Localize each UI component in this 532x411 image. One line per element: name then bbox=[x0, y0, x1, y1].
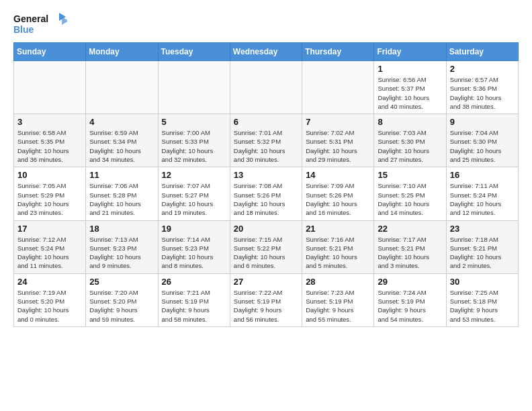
day-number: 3 bbox=[17, 117, 82, 127]
weekday-header-saturday: Saturday bbox=[446, 43, 518, 61]
day-number: 24 bbox=[17, 277, 82, 287]
calendar-cell: 21Sunrise: 7:16 AM Sunset: 5:21 PM Dayli… bbox=[302, 220, 374, 273]
day-number: 9 bbox=[450, 117, 515, 127]
calendar-cell bbox=[14, 61, 86, 114]
day-number: 6 bbox=[234, 117, 298, 127]
day-info: Sunrise: 7:12 AM Sunset: 5:24 PM Dayligh… bbox=[17, 235, 82, 271]
day-info: Sunrise: 7:00 AM Sunset: 5:33 PM Dayligh… bbox=[162, 128, 226, 164]
day-info: Sunrise: 7:03 AM Sunset: 5:30 PM Dayligh… bbox=[378, 128, 442, 164]
header: General Blue bbox=[13, 10, 519, 37]
calendar-cell: 17Sunrise: 7:12 AM Sunset: 5:24 PM Dayli… bbox=[14, 220, 86, 273]
page: General Blue SundayMondayTuesdayWednesda… bbox=[0, 0, 532, 337]
day-info: Sunrise: 7:25 AM Sunset: 5:18 PM Dayligh… bbox=[450, 288, 515, 324]
day-info: Sunrise: 7:06 AM Sunset: 5:28 PM Dayligh… bbox=[89, 181, 154, 217]
calendar-cell: 25Sunrise: 7:20 AM Sunset: 5:20 PM Dayli… bbox=[86, 273, 158, 326]
week-row-1: 1Sunrise: 6:56 AM Sunset: 5:37 PM Daylig… bbox=[14, 61, 519, 114]
day-info: Sunrise: 6:59 AM Sunset: 5:34 PM Dayligh… bbox=[89, 128, 154, 164]
calendar-cell: 27Sunrise: 7:22 AM Sunset: 5:19 PM Dayli… bbox=[230, 273, 302, 326]
day-number: 4 bbox=[89, 117, 154, 127]
day-number: 19 bbox=[162, 224, 226, 234]
calendar-cell: 13Sunrise: 7:08 AM Sunset: 5:26 PM Dayli… bbox=[230, 167, 302, 220]
calendar-cell bbox=[230, 61, 302, 114]
calendar-cell: 3Sunrise: 6:58 AM Sunset: 5:35 PM Daylig… bbox=[14, 114, 86, 167]
day-number: 13 bbox=[234, 170, 298, 180]
day-info: Sunrise: 6:56 AM Sunset: 5:37 PM Dayligh… bbox=[378, 75, 442, 111]
calendar-cell: 15Sunrise: 7:10 AM Sunset: 5:25 PM Dayli… bbox=[374, 167, 446, 220]
day-number: 5 bbox=[162, 117, 226, 127]
week-row-4: 17Sunrise: 7:12 AM Sunset: 5:24 PM Dayli… bbox=[14, 220, 519, 273]
weekday-header-wednesday: Wednesday bbox=[230, 43, 302, 61]
calendar-cell: 2Sunrise: 6:57 AM Sunset: 5:36 PM Daylig… bbox=[446, 61, 518, 114]
day-info: Sunrise: 7:09 AM Sunset: 5:26 PM Dayligh… bbox=[306, 181, 370, 217]
calendar-cell: 5Sunrise: 7:00 AM Sunset: 5:33 PM Daylig… bbox=[158, 114, 230, 167]
day-info: Sunrise: 6:58 AM Sunset: 5:35 PM Dayligh… bbox=[17, 128, 82, 164]
day-info: Sunrise: 7:11 AM Sunset: 5:24 PM Dayligh… bbox=[450, 181, 515, 217]
day-info: Sunrise: 7:21 AM Sunset: 5:19 PM Dayligh… bbox=[162, 288, 226, 324]
svg-text:Blue: Blue bbox=[13, 24, 34, 35]
svg-marker-3 bbox=[62, 17, 67, 25]
calendar-cell: 11Sunrise: 7:06 AM Sunset: 5:28 PM Dayli… bbox=[86, 167, 158, 220]
day-info: Sunrise: 7:10 AM Sunset: 5:25 PM Dayligh… bbox=[378, 181, 442, 217]
svg-text:General: General bbox=[13, 13, 48, 24]
day-info: Sunrise: 7:08 AM Sunset: 5:26 PM Dayligh… bbox=[234, 181, 298, 217]
day-info: Sunrise: 7:07 AM Sunset: 5:27 PM Dayligh… bbox=[162, 181, 226, 217]
calendar-table: SundayMondayTuesdayWednesdayThursdayFrid… bbox=[13, 42, 519, 327]
week-row-3: 10Sunrise: 7:05 AM Sunset: 5:29 PM Dayli… bbox=[14, 167, 519, 220]
day-number: 15 bbox=[378, 170, 442, 180]
day-number: 1 bbox=[378, 64, 442, 74]
calendar-cell: 29Sunrise: 7:24 AM Sunset: 5:19 PM Dayli… bbox=[374, 273, 446, 326]
calendar-cell bbox=[86, 61, 158, 114]
calendar-cell bbox=[158, 61, 230, 114]
calendar-cell: 23Sunrise: 7:18 AM Sunset: 5:21 PM Dayli… bbox=[446, 220, 518, 273]
calendar-cell: 7Sunrise: 7:02 AM Sunset: 5:31 PM Daylig… bbox=[302, 114, 374, 167]
day-number: 12 bbox=[162, 170, 226, 180]
day-number: 17 bbox=[17, 224, 82, 234]
calendar-cell: 6Sunrise: 7:01 AM Sunset: 5:32 PM Daylig… bbox=[230, 114, 302, 167]
weekday-header-monday: Monday bbox=[86, 43, 158, 61]
day-info: Sunrise: 7:23 AM Sunset: 5:19 PM Dayligh… bbox=[306, 288, 370, 324]
calendar-cell: 12Sunrise: 7:07 AM Sunset: 5:27 PM Dayli… bbox=[158, 167, 230, 220]
day-info: Sunrise: 7:16 AM Sunset: 5:21 PM Dayligh… bbox=[306, 235, 370, 271]
day-info: Sunrise: 7:13 AM Sunset: 5:23 PM Dayligh… bbox=[89, 235, 154, 271]
week-row-5: 24Sunrise: 7:19 AM Sunset: 5:20 PM Dayli… bbox=[14, 273, 519, 326]
calendar-cell: 9Sunrise: 7:04 AM Sunset: 5:30 PM Daylig… bbox=[446, 114, 518, 167]
calendar-cell: 22Sunrise: 7:17 AM Sunset: 5:21 PM Dayli… bbox=[374, 220, 446, 273]
calendar-cell: 18Sunrise: 7:13 AM Sunset: 5:23 PM Dayli… bbox=[86, 220, 158, 273]
weekday-header-friday: Friday bbox=[374, 43, 446, 61]
calendar-cell bbox=[302, 61, 374, 114]
calendar-cell: 4Sunrise: 6:59 AM Sunset: 5:34 PM Daylig… bbox=[86, 114, 158, 167]
day-number: 26 bbox=[162, 277, 226, 287]
logo: General Blue bbox=[13, 10, 67, 37]
calendar-cell: 24Sunrise: 7:19 AM Sunset: 5:20 PM Dayli… bbox=[14, 273, 86, 326]
day-number: 21 bbox=[306, 224, 370, 234]
calendar-cell: 30Sunrise: 7:25 AM Sunset: 5:18 PM Dayli… bbox=[446, 273, 518, 326]
day-info: Sunrise: 7:24 AM Sunset: 5:19 PM Dayligh… bbox=[378, 288, 442, 324]
day-info: Sunrise: 7:02 AM Sunset: 5:31 PM Dayligh… bbox=[306, 128, 370, 164]
calendar-cell: 8Sunrise: 7:03 AM Sunset: 5:30 PM Daylig… bbox=[374, 114, 446, 167]
day-number: 14 bbox=[306, 170, 370, 180]
day-number: 11 bbox=[89, 170, 154, 180]
day-info: Sunrise: 6:57 AM Sunset: 5:36 PM Dayligh… bbox=[450, 75, 515, 111]
day-number: 27 bbox=[234, 277, 298, 287]
day-number: 22 bbox=[378, 224, 442, 234]
weekday-header-row: SundayMondayTuesdayWednesdayThursdayFrid… bbox=[14, 43, 519, 61]
day-info: Sunrise: 7:14 AM Sunset: 5:23 PM Dayligh… bbox=[162, 235, 226, 271]
day-number: 23 bbox=[450, 224, 515, 234]
calendar-cell: 19Sunrise: 7:14 AM Sunset: 5:23 PM Dayli… bbox=[158, 220, 230, 273]
day-number: 2 bbox=[450, 64, 515, 74]
weekday-header-sunday: Sunday bbox=[14, 43, 86, 61]
day-info: Sunrise: 7:17 AM Sunset: 5:21 PM Dayligh… bbox=[378, 235, 442, 271]
day-number: 18 bbox=[89, 224, 154, 234]
day-info: Sunrise: 7:04 AM Sunset: 5:30 PM Dayligh… bbox=[450, 128, 515, 164]
day-info: Sunrise: 7:22 AM Sunset: 5:19 PM Dayligh… bbox=[234, 288, 298, 324]
calendar-cell: 1Sunrise: 6:56 AM Sunset: 5:37 PM Daylig… bbox=[374, 61, 446, 114]
day-info: Sunrise: 7:20 AM Sunset: 5:20 PM Dayligh… bbox=[89, 288, 154, 324]
week-row-2: 3Sunrise: 6:58 AM Sunset: 5:35 PM Daylig… bbox=[14, 114, 519, 167]
day-info: Sunrise: 7:01 AM Sunset: 5:32 PM Dayligh… bbox=[234, 128, 298, 164]
day-info: Sunrise: 7:05 AM Sunset: 5:29 PM Dayligh… bbox=[17, 181, 82, 217]
logo-svg: General Blue bbox=[13, 10, 67, 37]
day-number: 16 bbox=[450, 170, 515, 180]
calendar-cell: 14Sunrise: 7:09 AM Sunset: 5:26 PM Dayli… bbox=[302, 167, 374, 220]
day-number: 10 bbox=[17, 170, 82, 180]
weekday-header-thursday: Thursday bbox=[302, 43, 374, 61]
